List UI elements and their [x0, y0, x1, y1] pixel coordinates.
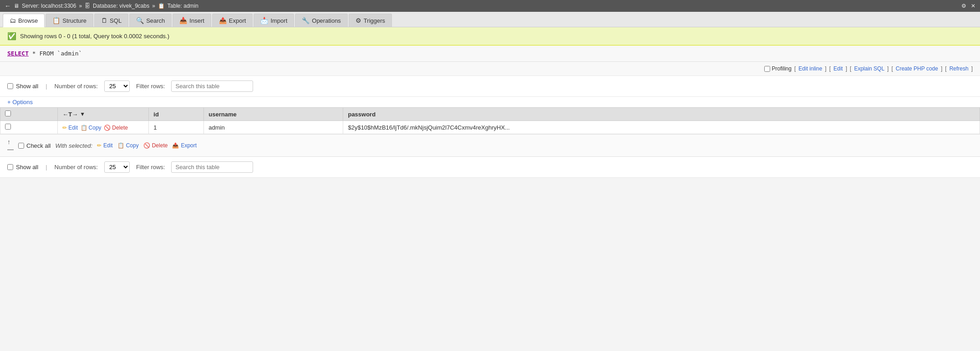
- nav-tabs: 🗂 Browse 📋 Structure 🗒 SQL 🔍 Search 📥 In…: [0, 12, 980, 27]
- table-icon: 📋: [158, 3, 165, 9]
- selected-delete-label: Delete: [152, 142, 168, 149]
- tab-triggers-label: Triggers: [364, 17, 385, 24]
- select-all-checkbox[interactable]: [5, 110, 11, 116]
- rows-select-bottom[interactable]: 25 50 100: [104, 161, 130, 173]
- number-of-rows-bottom-label: Number of rows:: [55, 164, 98, 170]
- edit-inline-link[interactable]: Edit inline: [798, 65, 822, 72]
- back-to-top-icon: ↑―: [7, 138, 14, 153]
- show-all-bottom-label[interactable]: Show all: [7, 164, 38, 170]
- show-all-checkbox-label[interactable]: Show all: [7, 83, 38, 90]
- tab-sql-label: SQL: [110, 17, 122, 24]
- row-checkbox[interactable]: [5, 124, 11, 130]
- profiling-checkbox[interactable]: [764, 66, 770, 72]
- tab-browse-label: Browse: [18, 17, 38, 24]
- selected-delete-button[interactable]: 🚫 Delete: [143, 142, 168, 149]
- back-icon[interactable]: ←: [5, 2, 11, 10]
- filter-rows-label-bottom: Filter rows:: [136, 164, 165, 170]
- check-all-checkbox[interactable]: [18, 143, 24, 149]
- explain-sql-link[interactable]: Explain SQL: [854, 65, 884, 72]
- row-actions-cell: ✏ Edit 📋 Copy 🚫 Delete: [58, 121, 149, 134]
- database-icon: 🗄: [85, 3, 90, 9]
- check-all-label[interactable]: Check all: [18, 142, 51, 149]
- with-selected-label: With selected:: [55, 142, 92, 149]
- tab-insert[interactable]: 📥 Insert: [173, 14, 211, 27]
- server-label: Server: localhost:3306: [22, 3, 76, 9]
- tab-import-label: Import: [270, 17, 287, 24]
- profiling-label[interactable]: Profiling: [764, 65, 792, 72]
- tab-browse[interactable]: 🗂 Browse: [3, 14, 45, 27]
- tab-export-label: Export: [229, 17, 246, 24]
- edit-row-link[interactable]: ✏ Edit: [62, 125, 78, 131]
- success-icon: ✅: [7, 32, 16, 40]
- filter-rows-label-top: Filter rows:: [136, 83, 165, 90]
- sql-icon: 🗒: [101, 17, 107, 24]
- tab-structure[interactable]: 📋 Structure: [46, 14, 93, 27]
- title-bar-actions: ⚙ ✕: [961, 3, 975, 9]
- sql-rest: * FROM `admin`: [29, 50, 82, 57]
- refresh-link[interactable]: Refresh: [950, 65, 969, 72]
- table-row: ✏ Edit 📋 Copy 🚫 Delete 1 admin: [0, 121, 980, 134]
- show-all-label: Show all: [16, 83, 38, 90]
- tab-insert-label: Insert: [189, 17, 204, 24]
- search-icon: 🔍: [136, 17, 144, 24]
- insert-icon: 📥: [179, 17, 187, 24]
- table-label: Table: admin: [168, 3, 198, 9]
- profiling-bar: Profiling [ Edit inline ] [ Edit ] [ Exp…: [0, 62, 980, 76]
- tab-import[interactable]: 📩 Import: [254, 14, 294, 27]
- close-icon[interactable]: ✕: [971, 3, 975, 9]
- th-username[interactable]: username: [204, 108, 343, 121]
- options-link[interactable]: + Options: [0, 97, 980, 107]
- copy-icon: 📋: [81, 125, 87, 131]
- controls-bottom: Show all | Number of rows: 25 50 100 Fil…: [0, 157, 980, 178]
- show-all-checkbox[interactable]: [7, 83, 13, 89]
- copy-row-link[interactable]: 📋 Copy: [81, 125, 102, 131]
- database-label: Database: vivek_9cabs: [93, 3, 149, 9]
- row-id: 1: [149, 121, 204, 134]
- selected-copy-label: Copy: [126, 142, 139, 149]
- title-bar-info: ← 🖥 Server: localhost:3306 » 🗄 Database:…: [5, 2, 198, 10]
- create-php-link[interactable]: Create PHP code: [896, 65, 938, 72]
- profiling-text: Profiling: [772, 65, 792, 72]
- tab-search-label: Search: [146, 17, 165, 24]
- operations-icon: 🔧: [302, 17, 310, 24]
- banner-message: Showing rows 0 - 0 (1 total, Query took …: [20, 33, 169, 40]
- show-all-bottom-checkbox[interactable]: [7, 164, 13, 170]
- th-checkbox: [0, 108, 58, 121]
- main-content: ✅ Showing rows 0 - 0 (1 total, Query too…: [0, 27, 980, 178]
- gear-icon[interactable]: ⚙: [961, 3, 966, 9]
- browse-icon: 🗂: [10, 17, 16, 24]
- selected-actions-bar: ↑― Check all With selected: ✏ Edit 📋 Cop…: [0, 134, 980, 156]
- filter-input-top[interactable]: [171, 80, 253, 92]
- th-id[interactable]: id: [149, 108, 204, 121]
- selected-delete-icon: 🚫: [143, 142, 150, 149]
- selected-edit-button[interactable]: ✏ Edit: [97, 142, 113, 149]
- filter-input-bottom[interactable]: [171, 161, 253, 173]
- tab-operations[interactable]: 🔧 Operations: [295, 14, 348, 27]
- row-checkbox-cell: [0, 121, 58, 134]
- selected-export-icon: 📤: [172, 142, 179, 149]
- tab-search[interactable]: 🔍 Search: [129, 14, 172, 27]
- number-of-rows-label: Number of rows:: [55, 83, 98, 90]
- delete-icon: 🚫: [104, 125, 111, 131]
- tab-export[interactable]: 📤 Export: [212, 14, 253, 27]
- table-header-row: ←T→ ▼ id username password: [0, 108, 980, 121]
- success-banner: ✅ Showing rows 0 - 0 (1 total, Query too…: [0, 27, 980, 45]
- tab-sql[interactable]: 🗒 SQL: [94, 14, 128, 27]
- row-username: admin: [204, 121, 343, 134]
- pencil-icon: ✏: [62, 125, 67, 131]
- rows-select-top[interactable]: 25 50 100: [104, 80, 130, 92]
- resize-left-icon: ←T→: [62, 111, 78, 118]
- delete-row-link[interactable]: 🚫 Delete: [104, 125, 128, 131]
- sort-down-icon[interactable]: ▼: [80, 111, 85, 117]
- tab-triggers[interactable]: ⚙ Triggers: [349, 14, 392, 27]
- th-password[interactable]: password: [343, 108, 980, 121]
- edit-link[interactable]: Edit: [833, 65, 843, 72]
- data-table: ←T→ ▼ id username password ✏ Edit: [0, 107, 980, 134]
- selected-export-button[interactable]: 📤 Export: [172, 142, 197, 149]
- selected-copy-button[interactable]: 📋 Copy: [117, 142, 139, 149]
- selected-edit-label: Edit: [103, 142, 113, 149]
- separator2: »: [152, 3, 155, 9]
- export-icon: 📤: [219, 17, 227, 24]
- selected-export-label: Export: [181, 142, 197, 149]
- th-actions: ←T→ ▼: [58, 108, 149, 121]
